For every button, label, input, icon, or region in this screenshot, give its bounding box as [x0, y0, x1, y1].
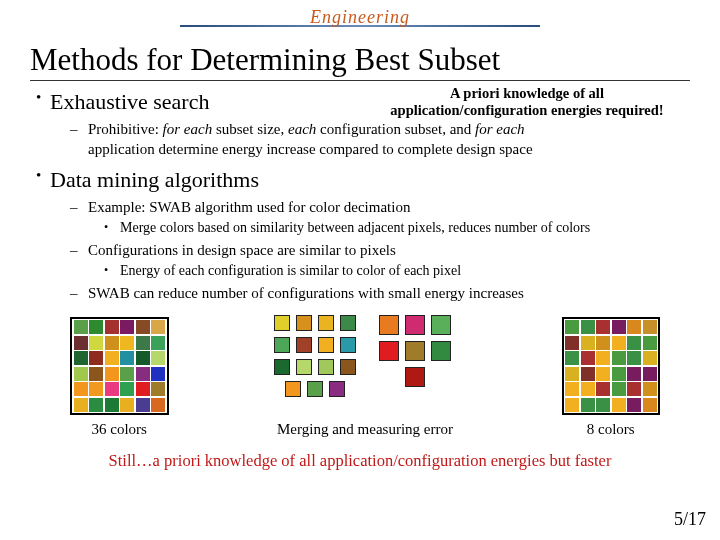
conclusion-text: Still…a priori knowledge of all applicat… — [30, 450, 690, 472]
page-number: 5/17 — [674, 509, 706, 530]
bullet-2: Data mining algorithms — [50, 165, 259, 195]
grid-merge-block: Merging and measuring error — [270, 315, 460, 439]
bullet-2-sub-2: – Configurations in design space are sim… — [70, 240, 690, 260]
bullet-1: Exhaustive search — [50, 87, 209, 117]
slide-title: Methods for Determining Best Subset — [30, 42, 690, 81]
grid-8-block: 8 colors — [562, 317, 661, 440]
grid-merge-b — [370, 315, 460, 415]
caption-8: 8 colors — [562, 419, 661, 439]
slide-body: Methods for Determining Best Subset • Ex… — [0, 0, 720, 472]
bullet-dot: • — [30, 165, 50, 185]
bullet-2-sub-3: – SWAB can reduce number of configuratio… — [70, 283, 690, 303]
caption-36: 36 colors — [70, 419, 169, 439]
bullet-2-sub-2a: • Energy of each configuration is simila… — [104, 262, 690, 281]
content: • Exhaustive search A priori knowledge o… — [30, 87, 690, 472]
caption-merge: Merging and measuring error — [270, 419, 460, 439]
bullet-dot: • — [30, 87, 50, 107]
grid-merge-a — [270, 315, 360, 415]
bullet-2-sub-1a: • Merge colors based on similarity betwe… — [104, 219, 690, 238]
brand-word: Engineering — [310, 7, 410, 27]
bullet-2-sub-1: – Example: SWAB algorithm used for color… — [70, 197, 690, 217]
brand-logo: Engineering — [180, 2, 540, 37]
bullet-1-sub-1: – Prohibitive: for each subset size, eac… — [70, 119, 690, 160]
grid-36-block: 36 colors — [70, 317, 169, 440]
grid-36 — [70, 317, 169, 416]
illustration-row: 36 colors Merging and measuring error 8 … — [30, 315, 690, 439]
grid-8 — [562, 317, 661, 416]
apriori-note: A priori knowledge of all application/co… — [362, 85, 692, 120]
